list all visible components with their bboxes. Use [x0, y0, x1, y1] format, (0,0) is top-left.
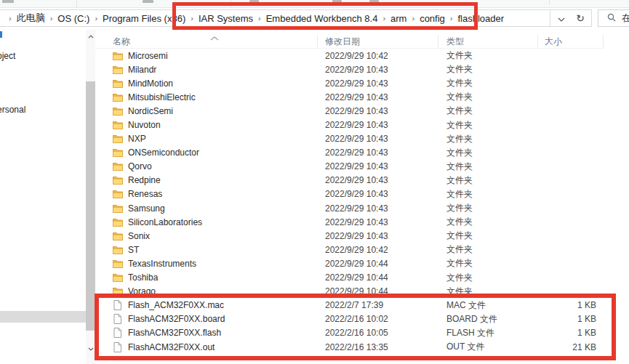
name-cell: Renesas: [95, 189, 318, 199]
folder-row[interactable]: MindMotion2022/9/29 10:43文件夹: [95, 76, 629, 90]
breadcrumb-item[interactable]: arm: [390, 13, 406, 24]
file-name-label: Samsung: [128, 203, 165, 214]
file-row[interactable]: Flash_ACM32F0XX.mac2022/2/7 17:39MAC 文件1…: [95, 299, 629, 312]
folder-icon: [112, 204, 123, 213]
scrollbar-thumb[interactable]: [86, 81, 95, 331]
folder-row[interactable]: Samsung2022/9/29 10:43文件夹: [95, 201, 629, 215]
name-cell: Qorvo: [95, 161, 318, 171]
tree-item-highlight[interactable]: [0, 311, 86, 323]
breadcrumb-chevron-icon: ›: [185, 14, 199, 23]
breadcrumb-chevron-icon: ›: [377, 14, 390, 23]
file-row[interactable]: FlashACM32F0XX.out2022/2/16 13:35OUT 文件2…: [95, 340, 629, 354]
address-dropdown-button[interactable]: [552, 10, 570, 26]
size-cell: 1 KB: [538, 328, 604, 338]
file-name-label: ST: [128, 245, 139, 255]
column-header-name[interactable]: 名称: [95, 35, 318, 48]
folder-icon: [112, 287, 123, 296]
folder-row[interactable]: NordicSemi2022/9/29 10:43文件夹: [95, 104, 629, 118]
ribbon-strip: [0, 0, 629, 8]
column-header-type[interactable]: 类型: [438, 35, 538, 48]
address-bar[interactable]: ›此电脑›OS (C:)›Program Files (x86)›IAR Sys…: [0, 9, 592, 27]
breadcrumb-item[interactable]: Embedded Workbench 8.4: [266, 13, 378, 24]
file-name-label: Toshiba: [128, 272, 158, 283]
name-cell: Redpine: [95, 175, 318, 185]
type-cell: 文件夹: [438, 77, 538, 89]
folder-row[interactable]: ONSemiconductor2022/9/29 10:43文件夹: [95, 146, 629, 160]
folder-row[interactable]: Vorago2022/9/29 10:44文件夹: [95, 285, 629, 299]
file-name-label: Flash_ACM32F0XX.mac: [128, 300, 224, 310]
type-cell: 文件夹: [438, 243, 538, 256]
name-cell: Nuvoton: [95, 120, 318, 130]
breadcrumb-item[interactable]: Program Files (x86): [103, 13, 185, 24]
date-modified-cell: 2022/9/29 10:43: [318, 161, 438, 171]
scroll-down-icon[interactable]: [86, 344, 95, 354]
file-row[interactable]: FlashACM32F0XX.flash2022/2/16 10:05FLASH…: [95, 326, 629, 340]
date-modified-cell: 2022/9/29 10:43: [318, 175, 438, 185]
folder-row[interactable]: SiliconLaboratories2022/9/29 10:43文件夹: [95, 215, 629, 229]
date-modified-cell: 2022/9/29 10:43: [318, 65, 438, 75]
ribbon-separator: [231, 0, 231, 7]
breadcrumb-item[interactable]: flashloader: [458, 13, 505, 24]
tree-item[interactable]: ersonal: [0, 105, 25, 115]
folder-row[interactable]: TexasInstruments2022/9/29 10:44文件夹: [95, 256, 629, 270]
type-cell: 文件夹: [438, 133, 538, 145]
tree-item[interactable]: oject: [0, 51, 15, 61]
type-cell: MAC 文件: [438, 299, 538, 312]
folder-icon: [112, 259, 123, 268]
column-header-size[interactable]: 大小: [538, 35, 604, 48]
file-row[interactable]: FlashACM32F0XX.board2022/2/16 10:02BOARD…: [95, 312, 629, 326]
name-cell: NXP: [95, 134, 318, 144]
file-list-body: Microsemi2022/9/29 10:42文件夹Milandr2022/9…: [95, 49, 629, 354]
file-name-label: ONSemiconductor: [128, 147, 199, 158]
tree-scrollbar[interactable]: [86, 30, 95, 364]
type-cell: 文件夹: [438, 202, 538, 214]
scroll-up-icon[interactable]: [86, 31, 95, 41]
type-cell: 文件夹: [438, 257, 538, 270]
file-icon: [112, 314, 123, 324]
date-modified-cell: 2022/9/29 10:43: [318, 147, 438, 158]
type-cell: 文件夹: [438, 230, 538, 242]
file-name-label: Vorago: [128, 286, 156, 296]
date-modified-cell: 2022/9/29 10:43: [318, 189, 438, 199]
folder-icon: [112, 246, 123, 254]
folder-row[interactable]: ST2022/9/29 10:42文件夹: [95, 243, 629, 256]
size-cell: 1 KB: [538, 314, 604, 324]
ribbon-clipped-text: [369, 0, 379, 3]
breadcrumb-item[interactable]: 此电脑: [17, 12, 45, 25]
folder-row[interactable]: Renesas2022/9/29 10:43文件夹: [95, 187, 629, 201]
name-cell: TexasInstruments: [95, 259, 318, 269]
folder-row[interactable]: Sonix2022/9/29 10:43文件夹: [95, 229, 629, 243]
folder-icon: [112, 79, 123, 88]
file-name-label: FlashACM32F0XX.board: [128, 314, 225, 324]
ribbon-clipped-text: [2, 0, 14, 3]
file-name-label: MindMotion: [128, 78, 173, 89]
breadcrumb-item[interactable]: OS (C:): [57, 13, 89, 24]
folder-row[interactable]: NXP2022/9/29 10:43文件夹: [95, 132, 629, 146]
breadcrumb-item[interactable]: IAR Systems: [199, 13, 253, 24]
folder-row[interactable]: Milandr2022/9/29 10:43文件夹: [95, 62, 629, 76]
folder-row[interactable]: MitsubishiElectric2022/9/29 10:43文件夹: [95, 90, 629, 104]
folder-row[interactable]: Nuvoton2022/9/29 10:43文件夹: [95, 118, 629, 132]
search-input[interactable]: 在: [598, 9, 629, 27]
folder-row[interactable]: Redpine2022/9/29 10:43文件夹: [95, 174, 629, 187]
refresh-icon: ↻: [576, 12, 585, 24]
column-header-date-modified[interactable]: 修改日期: [318, 35, 438, 48]
folder-row[interactable]: Toshiba2022/9/29 10:44文件夹: [95, 271, 629, 285]
file-name-label: NordicSemi: [128, 106, 173, 116]
size-cell: 21 KB: [538, 342, 604, 352]
date-modified-cell: 2022/9/29 10:42: [318, 51, 438, 61]
breadcrumb-chevron-icon: ›: [4, 14, 17, 23]
type-cell: 文件夹: [438, 63, 538, 76]
name-cell: Flash_ACM32F0XX.mac: [95, 300, 318, 310]
folder-row[interactable]: Microsemi2022/9/29 10:42文件夹: [95, 49, 629, 62]
folder-row[interactable]: Qorvo2022/9/29 10:43文件夹: [95, 160, 629, 174]
file-name-label: Qorvo: [128, 161, 152, 171]
refresh-button[interactable]: ↻: [571, 10, 590, 26]
breadcrumb-item[interactable]: config: [420, 13, 445, 24]
type-cell: FLASH 文件: [438, 327, 538, 339]
column-header-row: 名称 修改日期 类型 大小: [95, 35, 604, 49]
name-cell: MitsubishiElectric: [95, 92, 318, 102]
date-modified-cell: 2022/9/29 10:43: [318, 78, 438, 89]
search-icon: [607, 13, 616, 24]
date-modified-cell: 2022/9/29 10:43: [318, 231, 438, 241]
